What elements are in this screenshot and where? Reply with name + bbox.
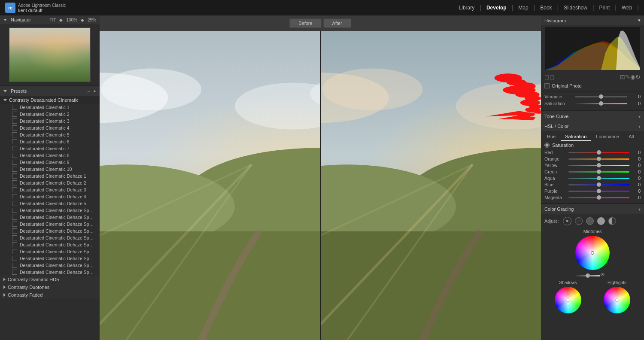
histogram-corner-icon[interactable]: ◻ [544, 73, 550, 80]
vibrance-slider[interactable] [575, 96, 627, 97]
tab-hue[interactable]: Hue [543, 133, 560, 141]
list-item[interactable]: Desaturated Cinematic 3 [0, 118, 100, 124]
nav-library[interactable]: Library [455, 3, 479, 12]
hsl-purple-slider[interactable] [568, 191, 629, 192]
hsl-header[interactable]: HSL / Color ▾ [541, 121, 644, 131]
hsl-red-slider[interactable] [568, 152, 629, 153]
histogram-heal-icon[interactable]: ✎ [625, 73, 630, 80]
nav-slideshow[interactable]: Slideshow [559, 3, 592, 12]
shadows-color-wheel[interactable] [555, 287, 581, 313]
saturation-slider[interactable] [575, 103, 627, 104]
original-photo-checkbox[interactable] [544, 83, 550, 88]
vibrance-label: Vibrance [544, 94, 572, 99]
list-item[interactable]: Desaturated Cinematic Dehaze 3 [0, 186, 100, 193]
list-item[interactable]: Desaturated Cinematic Dehaze 2 [0, 179, 100, 186]
adjust-linked-icon[interactable]: ⚭ [563, 217, 571, 225]
hsl-aqua-slider[interactable] [568, 178, 629, 179]
navigator-controls: FIT ◆ 100% ◆ 25% [49, 18, 96, 22]
list-item[interactable]: Desaturated Cinematic 8 [0, 152, 100, 159]
list-item[interactable]: Desaturated Cinematic Dehaze Specialt... [0, 269, 100, 276]
histogram-header[interactable]: Histogram ▾ [541, 15, 644, 25]
adjust-global-icon[interactable] [608, 217, 616, 225]
list-item[interactable]: Desaturated Cinematic 5 [0, 131, 100, 138]
center-area: Before After [100, 15, 541, 340]
navigator-fit[interactable]: FIT [49, 18, 56, 22]
histogram-eye-icon[interactable]: ◉ [630, 73, 635, 80]
navigator-header-left: Navigator [3, 17, 31, 22]
preset-group-duotones-header[interactable]: Contrasty Duotones [0, 283, 100, 291]
navigator-thumbnail[interactable] [9, 27, 91, 82]
navigator-header[interactable]: Navigator FIT ◆ 100% ◆ 25% [0, 15, 100, 24]
hsl-orange-slider[interactable] [568, 158, 629, 160]
hsl-sat-icon[interactable] [544, 143, 550, 148]
nav-web[interactable]: Web [617, 3, 636, 12]
adjust-shadows-icon[interactable] [575, 217, 583, 225]
list-item[interactable]: Desaturated Cinematic Dehaze 4 [0, 193, 100, 200]
preset-icon [12, 208, 17, 213]
midtones-color-wheel[interactable] [575, 236, 610, 270]
midtones-eye-icon[interactable]: 👁 [600, 272, 605, 278]
after-button[interactable]: After [323, 18, 351, 28]
histogram-arrow: ▾ [638, 18, 641, 23]
nav-develop[interactable]: Develop [482, 3, 511, 12]
list-item[interactable]: Desaturated Cinematic Dehaze Specialty 7 [0, 248, 100, 255]
highlights-color-wheel[interactable] [604, 287, 630, 313]
list-item[interactable]: Desaturated Cinematic 10 [0, 166, 100, 173]
shadows-wheel-dot[interactable] [567, 299, 570, 302]
list-item[interactable]: Desaturated Cinematic Dehaze 5 [0, 200, 100, 207]
hsl-yellow-slider[interactable] [568, 165, 629, 166]
preset-icon [12, 187, 17, 192]
nav-map[interactable]: Map [514, 3, 532, 12]
list-item[interactable]: Desaturated Cinematic Dehaze Specialty 4 [0, 228, 100, 234]
midtones-brightness-slider[interactable] [575, 275, 600, 276]
preset-group-faded-header[interactable]: Contrasty Faded [0, 291, 100, 299]
navigator-zoom1[interactable]: 100% [66, 18, 77, 22]
list-item[interactable]: Desaturated Cinematic Dehaze Specialty 9 [0, 262, 100, 269]
before-button[interactable]: Before [289, 18, 321, 28]
preset-group-hdr-header[interactable]: Contrasty Dramatic HDR [0, 276, 100, 283]
highlights-wheel-dot[interactable] [616, 299, 619, 302]
navigator-zoom2[interactable]: 25% [88, 18, 96, 22]
presets-minus[interactable]: − [87, 88, 90, 94]
list-item[interactable]: Desaturated Cinematic Dehaze Specialty 3 [0, 221, 100, 228]
preset-group-cinematic-header[interactable]: Contrasty Desaturated Cinematic [0, 96, 100, 104]
after-photo-panel[interactable] [321, 31, 541, 340]
preset-icon [12, 215, 17, 220]
list-item[interactable]: Desaturated Cinematic Dehaze Specialty 1 [0, 207, 100, 214]
color-grading-header[interactable]: Color Grading ▾ [541, 203, 644, 214]
list-item[interactable]: Desaturated Cinematic Dehaze Specialty 6 [0, 241, 100, 248]
list-item[interactable]: Desaturated Cinematic Dehaze Specialty 8 [0, 255, 100, 262]
list-item[interactable]: Desaturated Cinematic 2 [0, 111, 100, 118]
hsl-aqua-label: Aqua [544, 176, 566, 181]
preset-group-duotones-label: Contrasty Duotones [8, 285, 49, 290]
adjust-highlights-icon[interactable] [597, 217, 605, 225]
nav-print[interactable]: Print [595, 3, 614, 12]
presets-plus[interactable]: + [94, 88, 96, 94]
presets-panel: Presets − + Contrasty Desaturated Cinema… [0, 86, 100, 340]
svg-point-17 [322, 69, 423, 110]
list-item[interactable]: Desaturated Cinematic Dehaze Specialty 2 [0, 214, 100, 221]
adjust-midtones-icon[interactable] [586, 217, 594, 225]
list-item[interactable]: Desaturated Cinematic 9 [0, 159, 100, 166]
histogram-corner-icon2[interactable]: ◻ [550, 73, 555, 80]
list-item[interactable]: Desaturated Cinematic 4 [0, 124, 100, 131]
midtones-wheel-dot[interactable] [591, 251, 594, 255]
tone-curve-header[interactable]: Tone Curve ▾ [541, 111, 644, 121]
list-item[interactable]: Desaturated Cinematic Dehaze 1 [0, 173, 100, 179]
hsl-magenta-slider[interactable] [568, 197, 629, 198]
tab-luminance[interactable]: Luminance [592, 133, 623, 141]
list-item[interactable]: Desaturated Cinematic 1 [0, 104, 100, 111]
list-item[interactable]: Desaturated Cinematic 6 [0, 138, 100, 145]
tab-saturation[interactable]: Saturation [561, 133, 591, 141]
hsl-blue-slider[interactable] [568, 184, 629, 185]
list-item[interactable]: Desaturated Cinematic 7 [0, 145, 100, 152]
list-item[interactable]: Desaturated Cinematic Dehaze Specialty 5 [0, 234, 100, 241]
before-photo-panel[interactable] [100, 31, 320, 340]
histogram-rotate-icon[interactable]: ↻ [635, 73, 641, 80]
preset-icon [12, 105, 17, 110]
hsl-green-slider[interactable] [568, 171, 629, 173]
nav-book[interactable]: Book [536, 3, 556, 12]
tab-all[interactable]: All [624, 133, 638, 141]
presets-header[interactable]: Presets − + [0, 86, 100, 96]
histogram-crop-icon[interactable]: ⊡ [620, 73, 625, 80]
